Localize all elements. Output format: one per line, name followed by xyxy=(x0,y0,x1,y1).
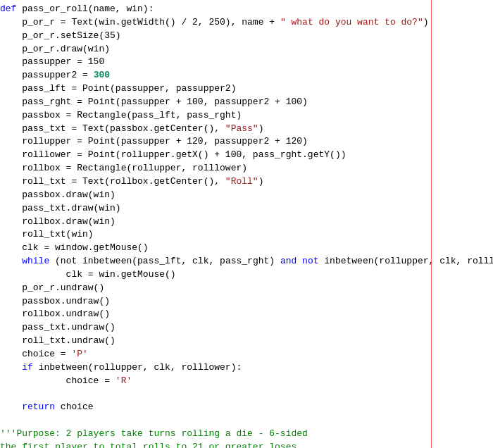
code-line: passupper2 = 300 xyxy=(0,69,493,82)
line-content: pass_txt.draw(win) xyxy=(0,202,493,216)
code-line: pass_lft = Point(passupper, passupper2) xyxy=(0,82,493,96)
line-content: rollbox = Rectangle(rollupper, rolllower… xyxy=(0,162,493,175)
code-line: if inbetween(rollupper, clk, rolllower): xyxy=(0,361,493,375)
column-guide-line xyxy=(431,0,432,448)
code-line: choice = 'R' xyxy=(0,375,493,388)
line-content: rollupper = Point(passupper + 120, passu… xyxy=(0,135,493,149)
line-content: p_or_r.setSize(35) xyxy=(0,30,493,43)
code-line: rolllower = Point(rollupper.getX() + 100… xyxy=(0,149,493,162)
code-line: choice = 'P' xyxy=(0,348,493,361)
line-content: p_or_r.draw(win) xyxy=(0,43,493,56)
line-content: passbox.draw(win) xyxy=(0,189,493,202)
code-line: the first player to total rolls to 21 or… xyxy=(0,441,493,448)
code-line: rollupper = Point(passupper + 120, passu… xyxy=(0,135,493,149)
line-content: choice = 'R' xyxy=(0,375,493,388)
code-line: rollbox.draw(win) xyxy=(0,216,493,229)
code-line: pass_rght = Point(passupper + 100, passu… xyxy=(0,96,493,109)
code-line: pass_txt.undraw() xyxy=(0,321,493,335)
code-line: clk = window.getMouse() xyxy=(0,242,493,255)
code-line: roll_txt.undraw() xyxy=(0,335,493,348)
line-content: p_or_r = Text(win.getWidth() / 2, 250), … xyxy=(0,16,493,30)
code-line: return choice xyxy=(0,401,493,414)
code-editor: def pass_or_roll(name, win): p_or_r = Te… xyxy=(0,0,493,448)
code-line: rollbox = Rectangle(rollupper, rolllower… xyxy=(0,162,493,175)
code-line: passupper = 150 xyxy=(0,56,493,69)
line-content: rollbox.undraw() xyxy=(0,308,493,321)
line-content: roll_txt.undraw() xyxy=(0,335,493,348)
line-content: def pass_or_roll(name, win): xyxy=(0,3,493,16)
code-line: roll_txt = Text(rollbox.getCenter(), "Ro… xyxy=(0,175,493,189)
code-line: pass_txt = Text(passbox.getCenter(), "Pa… xyxy=(0,123,493,136)
line-content: roll_txt(win) xyxy=(0,228,493,242)
code-line: p_or_r.setSize(35) xyxy=(0,30,493,43)
code-line: p_or_r = Text(win.getWidth() / 2, 250), … xyxy=(0,16,493,30)
line-content: clk = window.getMouse() xyxy=(0,242,493,255)
code-line: '''Purpose: 2 players take turns rolling… xyxy=(0,428,493,441)
line-content: choice = 'P' xyxy=(0,348,493,361)
line-content xyxy=(0,387,493,401)
lines-wrapper: def pass_or_roll(name, win): p_or_r = Te… xyxy=(0,3,493,448)
code-line: while (not inbetween(pass_lft, clk, pass… xyxy=(0,255,493,268)
line-content: while (not inbetween(pass_lft, clk, pass… xyxy=(0,255,493,268)
line-content: pass_txt.undraw() xyxy=(0,321,493,335)
line-content: rolllower = Point(rollupper.getX() + 100… xyxy=(0,149,493,162)
line-content: return choice xyxy=(0,401,493,414)
line-content: p_or_r.undraw() xyxy=(0,282,493,295)
code-line: passbox = Rectangle(pass_lft, pass_rght) xyxy=(0,109,493,123)
line-content: pass_txt = Text(passbox.getCenter(), "Pa… xyxy=(0,123,493,136)
code-line: p_or_r.draw(win) xyxy=(0,43,493,56)
line-content: passbox = Rectangle(pass_lft, pass_rght) xyxy=(0,109,493,123)
code-line: def pass_or_roll(name, win): xyxy=(0,3,493,16)
code-line: pass_txt.draw(win) xyxy=(0,202,493,216)
line-content: the first player to total rolls to 21 or… xyxy=(0,441,493,448)
code-line: roll_txt(win) xyxy=(0,228,493,242)
line-content: passupper = 150 xyxy=(0,56,493,69)
line-content xyxy=(0,414,493,428)
code-line: rollbox.undraw() xyxy=(0,308,493,321)
code-line: p_or_r.undraw() xyxy=(0,282,493,295)
line-content: pass_rght = Point(passupper + 100, passu… xyxy=(0,96,493,109)
code-line xyxy=(0,414,493,428)
code-line: passbox.undraw() xyxy=(0,295,493,309)
line-content: rollbox.draw(win) xyxy=(0,216,493,229)
line-content: if inbetween(rollupper, clk, rolllower): xyxy=(0,361,493,375)
line-content: '''Purpose: 2 players take turns rolling… xyxy=(0,428,493,441)
line-content: pass_lft = Point(passupper, passupper2) xyxy=(0,82,493,96)
code-line xyxy=(0,387,493,401)
line-content: passbox.undraw() xyxy=(0,295,493,309)
code-line: passbox.draw(win) xyxy=(0,189,493,202)
code-line: clk = win.getMouse() xyxy=(0,268,493,282)
line-content: clk = win.getMouse() xyxy=(0,268,493,282)
line-content: roll_txt = Text(rollbox.getCenter(), "Ro… xyxy=(0,175,493,189)
line-content: passupper2 = 300 xyxy=(0,69,493,82)
